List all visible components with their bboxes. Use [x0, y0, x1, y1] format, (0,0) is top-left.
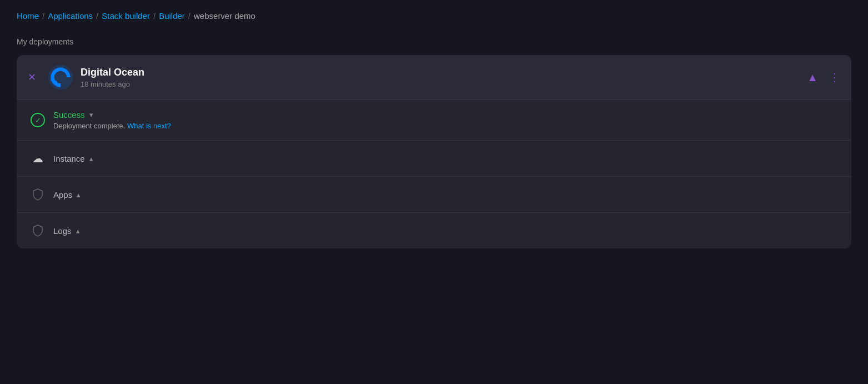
logs-shield-icon: [32, 225, 44, 237]
card-header-actions: ▲ ⋮: [807, 71, 840, 84]
instance-icon: ☁: [30, 151, 46, 166]
section-title: My deployments: [17, 37, 851, 46]
apps-label-row: Apps ▴: [53, 190, 838, 200]
breadcrumb-builder[interactable]: Builder: [159, 11, 185, 21]
card-title-block: Digital Ocean 18 minutes ago: [81, 67, 144, 88]
apps-label-block: Apps ▴: [53, 190, 838, 200]
success-description: Deployment complete. What is next?: [53, 122, 838, 130]
apps-section-row[interactable]: Apps ▴: [17, 176, 851, 212]
instance-section-row[interactable]: ☁ Instance ▴: [17, 140, 851, 176]
more-options-button[interactable]: ⋮: [829, 71, 840, 84]
card-timestamp: 18 minutes ago: [81, 80, 144, 88]
deployment-complete-text: Deployment complete.: [53, 122, 125, 130]
what-is-next-link[interactable]: What is next?: [127, 122, 171, 130]
breadcrumb-home[interactable]: Home: [17, 11, 39, 21]
success-label: Success: [53, 110, 85, 119]
breadcrumb-sep-4: /: [188, 11, 190, 21]
card-header-left: ✕ Digital Ocean 18 minutes ago: [28, 64, 807, 91]
card-provider-name: Digital Ocean: [81, 67, 144, 78]
apps-label: Apps: [53, 190, 72, 200]
apps-icon: [30, 187, 46, 202]
logs-section-row[interactable]: Logs ▴: [17, 212, 851, 248]
success-chevron-icon: ▾: [89, 111, 93, 119]
close-button[interactable]: ✕: [28, 71, 36, 83]
breadcrumb-sep-3: /: [153, 11, 155, 21]
logs-chevron-icon: ▴: [76, 227, 80, 235]
breadcrumb-sep-2: /: [96, 11, 98, 21]
logs-label: Logs: [53, 226, 72, 236]
breadcrumb: Home / Applications / Stack builder / Bu…: [0, 0, 868, 32]
instance-chevron-icon: ▴: [89, 154, 93, 163]
apps-chevron-icon: ▴: [77, 191, 81, 199]
success-icon: ✓: [30, 112, 46, 128]
instance-label: Instance: [53, 154, 85, 163]
collapse-button[interactable]: ▲: [807, 72, 818, 83]
instance-label-row: Instance ▴: [53, 154, 838, 163]
breadcrumb-stack-builder[interactable]: Stack builder: [102, 11, 150, 21]
success-section-row[interactable]: ✓ Success ▾ Deployment complete. What is…: [17, 99, 851, 140]
main-content: My deployments ✕ Digital Ocean 18 minute…: [0, 32, 868, 265]
success-label-row: Success ▾: [53, 110, 838, 119]
apps-shield-icon: [32, 188, 44, 201]
instance-label-block: Instance ▴: [53, 154, 838, 163]
logs-label-block: Logs ▴: [53, 226, 838, 236]
success-label-block: Success ▾ Deployment complete. What is n…: [53, 110, 838, 130]
breadcrumb-applications[interactable]: Applications: [48, 11, 93, 21]
breadcrumb-current: webserver demo: [194, 11, 255, 21]
logs-icon: [30, 223, 46, 238]
cloud-icon: ☁: [32, 152, 43, 165]
provider-logo: [47, 64, 74, 91]
breadcrumb-sep-1: /: [42, 11, 44, 21]
deployment-card: ✕ Digital Ocean 18 minutes ago ▲ ⋮: [17, 55, 851, 248]
logs-label-row: Logs ▴: [53, 226, 838, 236]
card-header: ✕ Digital Ocean 18 minutes ago ▲ ⋮: [17, 55, 851, 99]
check-circle-icon: ✓: [31, 113, 45, 127]
